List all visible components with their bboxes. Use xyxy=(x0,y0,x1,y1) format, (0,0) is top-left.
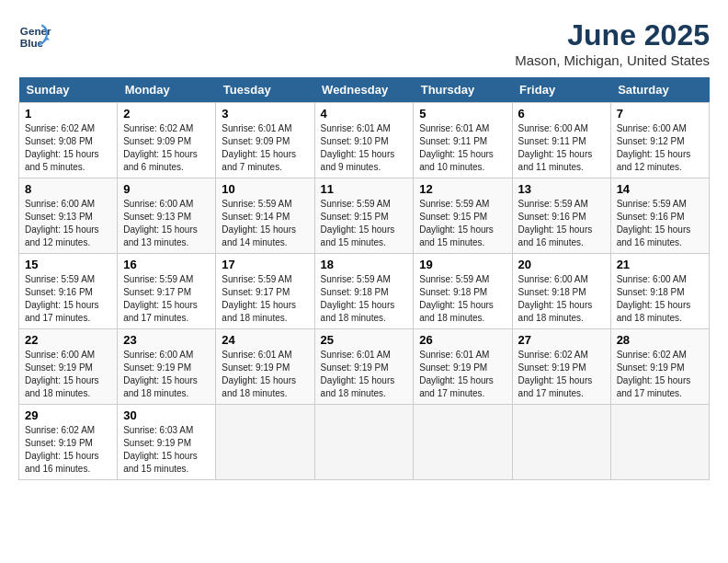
day-number: 26 xyxy=(419,333,506,347)
cell-info: Sunrise: 6:02 AMSunset: 9:19 PMDaylight:… xyxy=(25,425,99,474)
day-number: 25 xyxy=(321,333,408,347)
calendar-cell: 14 Sunrise: 5:59 AMSunset: 9:16 PMDaylig… xyxy=(610,178,709,254)
calendar-cell xyxy=(216,405,314,480)
cell-info: Sunrise: 6:02 AMSunset: 9:08 PMDaylight:… xyxy=(25,123,99,172)
calendar-cell: 10 Sunrise: 5:59 AMSunset: 9:14 PMDaylig… xyxy=(216,178,314,254)
column-header-thursday: Thursday xyxy=(414,77,512,103)
cell-info: Sunrise: 6:00 AMSunset: 9:13 PMDaylight:… xyxy=(123,199,198,247)
calendar-cell: 2 Sunrise: 6:02 AMSunset: 9:09 PMDayligh… xyxy=(118,103,216,178)
day-number: 29 xyxy=(25,408,111,422)
header-row: SundayMondayTuesdayWednesdayThursdayFrid… xyxy=(19,77,710,103)
day-number: 27 xyxy=(518,333,605,347)
calendar-cell: 21 Sunrise: 6:00 AMSunset: 9:18 PMDaylig… xyxy=(610,254,709,329)
column-header-monday: Monday xyxy=(118,77,216,103)
day-number: 2 xyxy=(123,107,210,121)
page-subtitle: Mason, Michigan, United States xyxy=(515,52,710,68)
calendar-cell: 29 Sunrise: 6:02 AMSunset: 9:19 PMDaylig… xyxy=(19,405,118,480)
cell-info: Sunrise: 5:59 AMSunset: 9:16 PMDaylight:… xyxy=(518,199,593,247)
day-number: 5 xyxy=(419,107,506,121)
day-number: 15 xyxy=(25,258,111,271)
column-header-sunday: Sunday xyxy=(19,77,118,103)
column-header-wednesday: Wednesday xyxy=(314,77,414,103)
calendar-cell: 6 Sunrise: 6:00 AMSunset: 9:11 PMDayligh… xyxy=(512,103,610,178)
calendar-cell xyxy=(512,405,610,480)
calendar-cell: 3 Sunrise: 6:01 AMSunset: 9:09 PMDayligh… xyxy=(216,103,314,178)
calendar-cell: 12 Sunrise: 5:59 AMSunset: 9:15 PMDaylig… xyxy=(414,178,512,254)
cell-info: Sunrise: 5:59 AMSunset: 9:14 PMDaylight:… xyxy=(222,199,296,247)
calendar-cell: 19 Sunrise: 5:59 AMSunset: 9:18 PMDaylig… xyxy=(414,254,512,329)
cell-info: Sunrise: 6:00 AMSunset: 9:19 PMDaylight:… xyxy=(25,350,99,398)
calendar-cell: 1 Sunrise: 6:02 AMSunset: 9:08 PMDayligh… xyxy=(19,103,118,178)
day-number: 20 xyxy=(518,258,605,271)
calendar-table: SundayMondayTuesdayWednesdayThursdayFrid… xyxy=(18,77,710,480)
cell-info: Sunrise: 6:01 AMSunset: 9:09 PMDaylight:… xyxy=(222,123,296,172)
calendar-cell xyxy=(610,405,709,480)
calendar-cell: 28 Sunrise: 6:02 AMSunset: 9:19 PMDaylig… xyxy=(610,329,709,405)
day-number: 3 xyxy=(222,107,308,121)
calendar-cell xyxy=(414,405,512,480)
day-number: 28 xyxy=(617,333,703,347)
calendar-cell: 24 Sunrise: 6:01 AMSunset: 9:19 PMDaylig… xyxy=(216,329,314,405)
cell-info: Sunrise: 6:00 AMSunset: 9:18 PMDaylight:… xyxy=(518,274,593,323)
cell-info: Sunrise: 5:59 AMSunset: 9:17 PMDaylight:… xyxy=(222,274,296,323)
day-number: 12 xyxy=(419,182,506,196)
day-number: 10 xyxy=(222,182,308,196)
cell-info: Sunrise: 6:00 AMSunset: 9:13 PMDaylight:… xyxy=(25,199,99,247)
cell-info: Sunrise: 5:59 AMSunset: 9:16 PMDaylight:… xyxy=(25,274,99,323)
cell-info: Sunrise: 5:59 AMSunset: 9:16 PMDaylight:… xyxy=(617,199,691,247)
day-number: 17 xyxy=(222,258,308,271)
cell-info: Sunrise: 6:01 AMSunset: 9:19 PMDaylight:… xyxy=(222,350,296,398)
cell-info: Sunrise: 6:02 AMSunset: 9:09 PMDaylight:… xyxy=(123,123,198,172)
calendar-cell: 30 Sunrise: 6:03 AMSunset: 9:19 PMDaylig… xyxy=(118,405,216,480)
calendar-cell xyxy=(314,405,414,480)
cell-info: Sunrise: 5:59 AMSunset: 9:15 PMDaylight:… xyxy=(321,199,395,247)
cell-info: Sunrise: 6:01 AMSunset: 9:19 PMDaylight:… xyxy=(419,350,494,398)
cell-info: Sunrise: 6:00 AMSunset: 9:18 PMDaylight:… xyxy=(617,274,691,323)
cell-info: Sunrise: 5:59 AMSunset: 9:15 PMDaylight:… xyxy=(419,199,494,247)
day-number: 24 xyxy=(222,333,308,347)
calendar-cell: 26 Sunrise: 6:01 AMSunset: 9:19 PMDaylig… xyxy=(414,329,512,405)
day-number: 11 xyxy=(321,182,408,196)
logo-icon: General Blue xyxy=(18,18,51,52)
day-number: 13 xyxy=(518,182,605,196)
day-number: 22 xyxy=(25,333,111,347)
calendar-cell: 8 Sunrise: 6:00 AMSunset: 9:13 PMDayligh… xyxy=(19,178,118,254)
cell-info: Sunrise: 6:03 AMSunset: 9:19 PMDaylight:… xyxy=(123,425,198,474)
day-number: 19 xyxy=(419,258,506,271)
week-row-4: 22 Sunrise: 6:00 AMSunset: 9:19 PMDaylig… xyxy=(19,329,710,405)
logo: General Blue xyxy=(18,18,51,52)
calendar-cell: 20 Sunrise: 6:00 AMSunset: 9:18 PMDaylig… xyxy=(512,254,610,329)
calendar-cell: 4 Sunrise: 6:01 AMSunset: 9:10 PMDayligh… xyxy=(314,103,414,178)
calendar-cell: 17 Sunrise: 5:59 AMSunset: 9:17 PMDaylig… xyxy=(216,254,314,329)
cell-info: Sunrise: 6:00 AMSunset: 9:19 PMDaylight:… xyxy=(123,350,198,398)
day-number: 9 xyxy=(123,182,210,196)
calendar-cell: 15 Sunrise: 5:59 AMSunset: 9:16 PMDaylig… xyxy=(19,254,118,329)
day-number: 7 xyxy=(617,107,703,121)
day-number: 23 xyxy=(123,333,210,347)
cell-info: Sunrise: 6:02 AMSunset: 9:19 PMDaylight:… xyxy=(518,350,593,398)
title-area: June 2025 Mason, Michigan, United States xyxy=(515,18,710,68)
day-number: 14 xyxy=(617,182,703,196)
calendar-cell: 23 Sunrise: 6:00 AMSunset: 9:19 PMDaylig… xyxy=(118,329,216,405)
svg-marker-2 xyxy=(43,37,50,40)
calendar-cell: 27 Sunrise: 6:02 AMSunset: 9:19 PMDaylig… xyxy=(512,329,610,405)
week-row-5: 29 Sunrise: 6:02 AMSunset: 9:19 PMDaylig… xyxy=(19,405,710,480)
calendar-cell: 13 Sunrise: 5:59 AMSunset: 9:16 PMDaylig… xyxy=(512,178,610,254)
day-number: 4 xyxy=(321,107,408,121)
column-header-tuesday: Tuesday xyxy=(216,77,314,103)
cell-info: Sunrise: 5:59 AMSunset: 9:17 PMDaylight:… xyxy=(123,274,198,323)
calendar-cell: 18 Sunrise: 5:59 AMSunset: 9:18 PMDaylig… xyxy=(314,254,414,329)
calendar-cell: 25 Sunrise: 6:01 AMSunset: 9:19 PMDaylig… xyxy=(314,329,414,405)
calendar-cell: 16 Sunrise: 5:59 AMSunset: 9:17 PMDaylig… xyxy=(118,254,216,329)
cell-info: Sunrise: 5:59 AMSunset: 9:18 PMDaylight:… xyxy=(419,274,494,323)
calendar-cell: 5 Sunrise: 6:01 AMSunset: 9:11 PMDayligh… xyxy=(414,103,512,178)
cell-info: Sunrise: 5:59 AMSunset: 9:18 PMDaylight:… xyxy=(321,274,395,323)
cell-info: Sunrise: 6:00 AMSunset: 9:12 PMDaylight:… xyxy=(617,123,691,172)
week-row-3: 15 Sunrise: 5:59 AMSunset: 9:16 PMDaylig… xyxy=(19,254,710,329)
cell-info: Sunrise: 6:00 AMSunset: 9:11 PMDaylight:… xyxy=(518,123,593,172)
page-header: General Blue June 2025 Mason, Michigan, … xyxy=(18,18,710,68)
day-number: 6 xyxy=(518,107,605,121)
calendar-cell: 22 Sunrise: 6:00 AMSunset: 9:19 PMDaylig… xyxy=(19,329,118,405)
day-number: 16 xyxy=(123,258,210,271)
column-header-saturday: Saturday xyxy=(610,77,709,103)
